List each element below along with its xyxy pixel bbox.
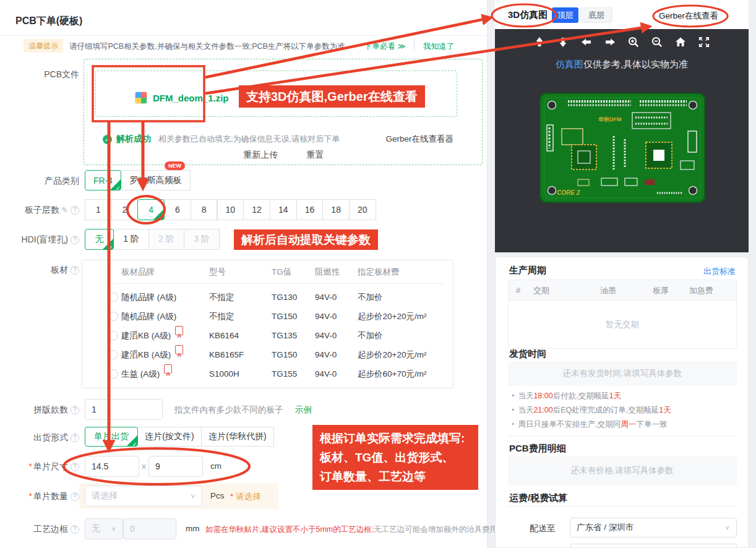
shipping-bullet: •当天21:00后EQ处理完成的订单,交期顺延1天 — [512, 405, 671, 416]
layer-option-20[interactable]: 20 — [349, 199, 376, 220]
production-table: #交期油墨板厚加急费 暂无交期 — [508, 280, 737, 349]
zoom-out-icon[interactable] — [651, 36, 663, 48]
hdi-option-1阶[interactable]: 1 阶 — [113, 229, 149, 250]
tech-edge-unit: mm — [186, 524, 200, 533]
ship-option-单片出货[interactable]: 单片出货 — [85, 427, 138, 447]
tech-edge-warning: 如需在华秋贴片,建议设置不小于5mm的工艺边框;无工艺边可能会增加额外的治具费用 — [205, 524, 497, 535]
pan-up-icon[interactable] — [533, 36, 546, 48]
layer-option-16[interactable]: 16 — [296, 199, 324, 220]
material-radio[interactable] — [109, 312, 118, 321]
qty-required-hint: * 请选择 — [230, 491, 261, 502]
reupload-button[interactable]: 重新上传 — [244, 150, 278, 161]
production-table-header: #交期油墨板厚加急费 — [509, 280, 736, 301]
tech-edge-help-icon[interactable]: ? — [71, 525, 79, 534]
tech-edge-label: 工艺边框? — [0, 524, 79, 535]
pan-down-icon[interactable] — [557, 36, 569, 48]
freight-title: 运费/税费试算 — [509, 492, 567, 504]
material-radio[interactable] — [109, 293, 118, 302]
hdi-option-无[interactable]: 无 — [85, 229, 114, 250]
divider — [508, 506, 737, 507]
category-option-罗杰斯高频板[interactable]: 罗杰斯高频板 — [121, 170, 191, 191]
layer-option-2[interactable]: 2 — [111, 199, 139, 220]
layer-option-14[interactable]: 14 — [270, 199, 297, 220]
layer-option-4[interactable]: 4 — [137, 199, 165, 220]
shipping-time-title: 发货时间 — [509, 348, 546, 360]
material-help-icon[interactable]: ? — [71, 266, 79, 275]
home-icon[interactable] — [674, 36, 687, 48]
product-category-label: 产品类别 — [0, 176, 79, 187]
ship-to-select[interactable]: 广东省 / 深圳市 ∨ — [570, 518, 737, 537]
pdf-icon[interactable]: A — [175, 326, 183, 335]
board-viewer: 仿真图仅供参考,具体以实物为准 华秋DFM — [495, 29, 749, 252]
shipping-bullet: •当天18:00后付款,交期顺延1天 — [512, 391, 621, 401]
zoom-in-icon[interactable] — [627, 36, 640, 48]
pcb-file-dropzone[interactable]: DFM_deom_1.zip ✓ 解析成功 相关参数已自动填充;为确保信息无误,… — [84, 59, 483, 165]
new-badge: NEW — [165, 161, 185, 170]
pdf-icon[interactable]: A — [175, 345, 183, 354]
gerber-viewer-link[interactable]: Gerber在线查看器 — [385, 134, 453, 145]
parse-status-row: ✓ 解析成功 相关参数已自动填充;为确保信息无误,请核对后下单 Gerber在线… — [95, 128, 457, 150]
notice-separator: | — [413, 40, 416, 49]
gerber-online-link[interactable]: Gerber在线查看 — [659, 11, 718, 22]
fullscreen-icon[interactable] — [698, 36, 710, 48]
layers-label: 板子层数✎? — [0, 205, 79, 216]
piece-size-help-icon[interactable]: ? — [71, 463, 79, 471]
material-row: 建滔KB (A级) AKB6164TG13594V-0不加价 — [82, 326, 453, 345]
tech-edge-input[interactable] — [123, 518, 176, 539]
ship-option-连片按文件[interactable]: 连片(按文件) — [137, 427, 202, 447]
pan-left-icon[interactable] — [580, 36, 593, 48]
shipping-standard-link[interactable]: 出货标准 — [703, 266, 736, 277]
uploaded-file[interactable]: DFM_deom_1.zip — [135, 92, 229, 104]
piece-qty-help-icon[interactable]: ? — [71, 492, 79, 501]
panel-count-help-icon[interactable]: ? — [71, 406, 79, 414]
courier-select[interactable] — [570, 544, 737, 548]
tab-bottom-layer[interactable]: 底层 — [580, 7, 612, 23]
material-radio[interactable] — [109, 331, 118, 340]
zip-file-icon — [135, 92, 147, 104]
pan-right-icon[interactable] — [604, 36, 616, 48]
ship-option-连片华秋代拼[interactable]: 连片(华秋代拼) — [201, 427, 274, 447]
category-option-FR-4[interactable]: FR-4 — [85, 170, 121, 191]
preview-panel: 3D仿真图 顶层 底层 Gerber在线查看 仿真图仅供参考,具体以实物为准 — [495, 0, 749, 548]
panel-count-label: 拼版款数? — [0, 405, 79, 416]
pdf-icon[interactable]: A — [164, 364, 172, 374]
title-divider — [0, 35, 488, 36]
acknowledge-link[interactable]: 我知道了 — [423, 41, 454, 52]
piece-height-input[interactable] — [148, 456, 203, 477]
panel-count-input[interactable] — [85, 399, 163, 420]
hdi-option-2阶[interactable]: 2 阶 — [148, 229, 184, 250]
layer-option-1[interactable]: 1 — [85, 199, 112, 220]
tab-3d-simulation[interactable]: 3D仿真图 — [508, 9, 548, 21]
hdi-option-3阶[interactable]: 3 阶 — [184, 229, 220, 250]
layers-help-icon[interactable]: ? — [71, 206, 79, 215]
material-row: 随机品牌 (A级)不指定TG13094V-0不加价 — [82, 288, 453, 307]
material-row: 生益 (A级) AS1000HTG15594V-0起步价60+70元/m² — [82, 364, 453, 383]
material-radio[interactable] — [109, 350, 118, 359]
production-col-header: 加急费 — [689, 280, 713, 301]
svg-text:CORE 2: CORE 2 — [557, 189, 580, 196]
must-read-link[interactable]: 下单必看 ≫ — [364, 41, 406, 52]
notice-text: 请仔细填写PCB相关参数,并确保与相关文件参数一致;PCB生产将以下单参数为准 — [69, 41, 345, 52]
material-radio[interactable] — [109, 369, 118, 379]
example-link[interactable]: 示例 — [295, 405, 312, 416]
layer-option-10[interactable]: 10 — [217, 199, 244, 220]
tech-edge-select[interactable]: 无 ∨ — [85, 518, 123, 539]
layer-option-12[interactable]: 12 — [243, 199, 270, 220]
chevron-down-icon: ∨ — [724, 524, 730, 531]
layer-option-8[interactable]: 8 — [191, 199, 218, 220]
hdi-help-icon[interactable]: ? — [71, 236, 79, 244]
fees-title: PCB费用明细 — [509, 443, 566, 455]
ship-form-help-icon[interactable]: ? — [71, 434, 79, 442]
piece-width-input[interactable] — [85, 456, 139, 477]
piece-qty-label: *单片数量? — [0, 491, 79, 502]
layer-option-6[interactable]: 6 — [164, 199, 191, 220]
ship-to-label: 配送至 — [530, 523, 556, 534]
pcb-file-upload-area[interactable]: DFM_deom_1.zip — [95, 71, 457, 117]
tab-top-layer[interactable]: 顶层 — [552, 7, 578, 23]
edit-icon[interactable]: ✎ — [61, 205, 68, 215]
file-name[interactable]: DFM_deom_1.zip — [153, 93, 229, 103]
layer-option-18[interactable]: 18 — [322, 199, 350, 220]
order-form-panel: PCB下单(硬板) 温馨提示 请仔细填写PCB相关参数,并确保与相关文件参数一致… — [0, 0, 488, 548]
reset-button[interactable]: 重置 — [307, 150, 324, 161]
piece-qty-select[interactable]: 请选择 ∨ — [85, 486, 202, 507]
